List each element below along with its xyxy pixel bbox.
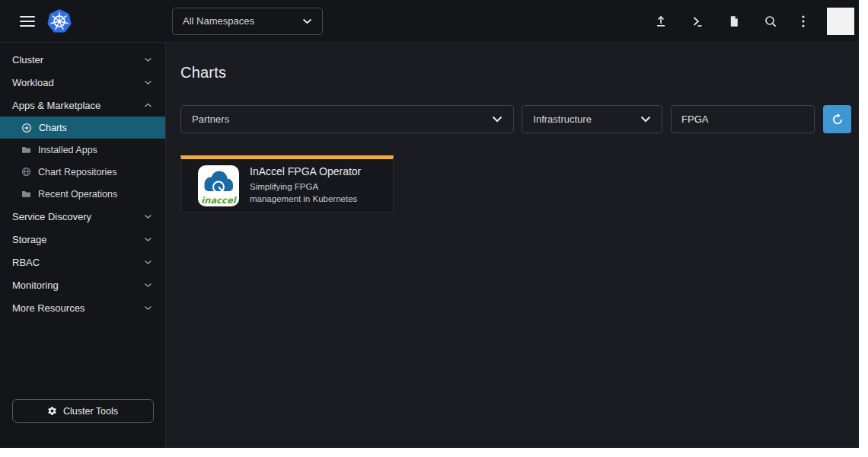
sidebar-item-label: Recent Operations xyxy=(38,189,117,200)
chevron-down-icon xyxy=(640,116,651,123)
topbar: All Namespaces xyxy=(0,0,859,43)
globe-icon xyxy=(21,167,31,177)
sidebar-item-label: Charts xyxy=(39,123,67,133)
avatar[interactable] xyxy=(827,8,854,35)
chevron-down-icon xyxy=(144,214,152,219)
app-window: All Namespaces xyxy=(0,0,859,448)
more-menu-button[interactable] xyxy=(798,12,809,30)
namespace-select[interactable]: All Namespaces xyxy=(172,8,323,35)
gear-icon xyxy=(47,406,57,416)
sidebar-item-label: Service Discovery xyxy=(12,211,91,222)
category-filter-select[interactable]: Infrastructure xyxy=(522,105,662,133)
sidebar-item-installed-apps[interactable]: Installed Apps xyxy=(0,139,165,161)
filter-bar: Partners Infrastructure xyxy=(180,105,851,133)
sidebar-item-service-discovery[interactable]: Service Discovery xyxy=(0,205,165,228)
cluster-tools-button[interactable]: Cluster Tools xyxy=(12,399,154,423)
chevron-down-icon xyxy=(144,80,152,85)
hamburger-menu-button[interactable] xyxy=(20,13,35,30)
sidebar-item-label: Chart Repositories xyxy=(38,167,117,177)
sidebar-item-storage[interactable]: Storage xyxy=(0,228,165,251)
file-button[interactable] xyxy=(725,12,743,30)
main-content: Charts Partners Infrastructure xyxy=(166,43,859,448)
chevron-down-icon xyxy=(302,18,312,24)
sidebar-item-rbac[interactable]: RBAC xyxy=(0,251,165,273)
chevron-down-icon xyxy=(144,305,152,311)
chevron-up-icon xyxy=(144,103,152,108)
sidebar-item-recent-operations[interactable]: Recent Operations xyxy=(0,183,165,205)
chevron-down-icon xyxy=(144,237,152,242)
cluster-tools-label: Cluster Tools xyxy=(63,406,118,417)
sidebar-item-apps-marketplace[interactable]: Apps & Marketplace xyxy=(0,94,165,117)
upload-button[interactable] xyxy=(652,12,670,30)
terminal-icon xyxy=(691,14,704,28)
sidebar-item-label: Workload xyxy=(12,77,54,88)
sidebar-item-label: Storage xyxy=(12,234,47,245)
folder-icon xyxy=(21,189,31,199)
circle-plus-icon xyxy=(21,123,32,133)
folder-icon xyxy=(21,145,31,155)
repo-filter-value: Partners xyxy=(192,113,229,125)
namespace-select-value: All Namespaces xyxy=(183,15,254,27)
upload-icon xyxy=(654,14,668,28)
category-filter-value: Infrastructure xyxy=(533,113,592,125)
sidebar-item-label: Apps & Marketplace xyxy=(12,100,101,111)
chart-search-input[interactable] xyxy=(671,105,815,133)
kebab-menu-icon xyxy=(801,14,806,28)
sidebar-item-workload[interactable]: Workload xyxy=(0,71,165,94)
chevron-down-icon xyxy=(492,116,503,123)
chevron-down-icon xyxy=(144,283,152,288)
page-title: Charts xyxy=(180,64,851,81)
refresh-icon xyxy=(831,113,844,126)
sidebar-item-label: Cluster xyxy=(12,54,43,66)
repo-filter-select[interactable]: Partners xyxy=(180,105,514,133)
sidebar-item-more-resources[interactable]: More Resources xyxy=(0,296,165,319)
terminal-button[interactable] xyxy=(688,12,707,30)
sidebar-item-label: Monitoring xyxy=(12,280,59,291)
sidebar-item-label: More Resources xyxy=(12,302,85,314)
chart-card-grid: inaccel InAccel FPGA Operator Simplifyin… xyxy=(180,155,851,213)
sidebar-item-charts[interactable]: Charts xyxy=(0,117,165,139)
chart-card-inaccel-fpga-operator[interactable]: inaccel InAccel FPGA Operator Simplifyin… xyxy=(180,155,394,213)
sidebar-item-monitoring[interactable]: Monitoring xyxy=(0,273,165,296)
chevron-down-icon xyxy=(144,57,152,62)
sidebar: Cluster Workload Apps & Marketplace Char… xyxy=(0,43,166,448)
inaccel-logo: inaccel xyxy=(198,165,239,206)
inaccel-logo-text: inaccel xyxy=(201,195,237,206)
chevron-down-icon xyxy=(144,260,152,265)
search-button[interactable] xyxy=(761,12,780,30)
kubernetes-logo-icon xyxy=(46,8,72,34)
file-icon xyxy=(727,14,741,28)
search-icon xyxy=(764,14,777,28)
sidebar-item-chart-repositories[interactable]: Chart Repositories xyxy=(0,161,165,183)
chart-card-description: Simplifying FPGA management in Kubernete… xyxy=(250,181,370,205)
sidebar-item-label: RBAC xyxy=(12,257,40,268)
sidebar-item-cluster[interactable]: Cluster xyxy=(0,48,165,71)
sidebar-item-label: Installed Apps xyxy=(38,145,97,155)
chart-card-title: InAccel FPGA Operator xyxy=(250,165,370,177)
refresh-button[interactable] xyxy=(823,105,851,133)
